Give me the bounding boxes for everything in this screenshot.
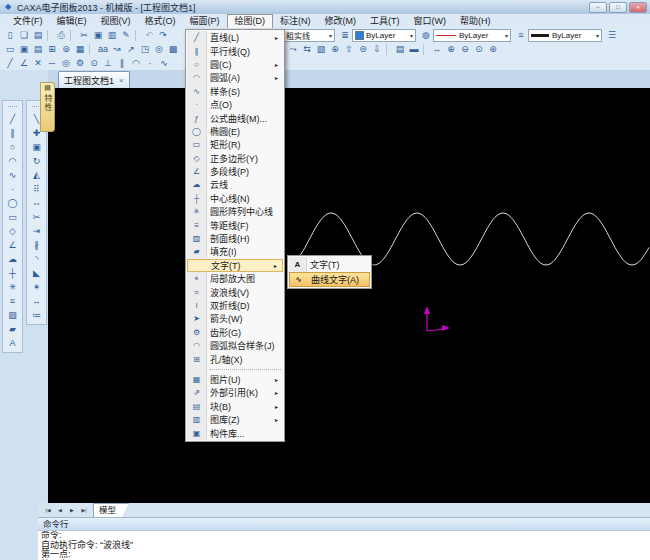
toolbar-separator[interactable] (386, 44, 391, 55)
lower-order-button[interactable]: ⇩ (370, 43, 384, 56)
toolbar-separator[interactable] (89, 44, 94, 55)
menu-tools[interactable]: 工具(T) (363, 14, 407, 28)
mirror-button[interactable]: ◭ (29, 168, 44, 182)
line-tool-button[interactable]: ╱ (3, 57, 17, 70)
block-create-button[interactable]: ▧ (314, 43, 328, 56)
balloon-number-button[interactable]: ⊚ (59, 43, 73, 56)
match-properties-button[interactable]: ≔ (29, 308, 44, 322)
fillet-button[interactable]: ◝ (29, 252, 44, 266)
draw-menu-block[interactable]: ▤ 块(B) ▸ (187, 400, 283, 413)
angle-line-button[interactable]: ∠ (17, 57, 31, 70)
bom-table-button[interactable]: ▦ (73, 43, 87, 56)
property-match-button[interactable]: ⇆ (300, 43, 314, 56)
layer-manager-icon[interactable]: ≣ (338, 29, 352, 42)
scale-button[interactable]: ⇔ (29, 196, 44, 210)
attribute-button[interactable]: ⊜ (356, 43, 370, 56)
menu-help[interactable]: 帮助(H) (453, 14, 498, 28)
draw-menu-ellipse[interactable]: ◯ 椭圆(E) (187, 125, 283, 138)
concentric-circle-button[interactable]: ⊙ (87, 57, 101, 70)
draw-menu-arc-fit-spline[interactable]: ◠ 圆弧拟合样条(J) (187, 339, 283, 352)
draw-menu-hole-shaft[interactable]: ⊞ 孔/轴(X) (187, 352, 283, 365)
menu-draw[interactable]: 绘图(D) (227, 14, 274, 28)
ole-object-button[interactable]: ◳ (138, 43, 152, 56)
draw-menu-image[interactable]: ▦ 图片(U) ▸ (187, 373, 283, 386)
draw-cloud-button[interactable]: ☁ (5, 252, 20, 266)
menu-modify[interactable]: 修改(M) (318, 14, 364, 28)
xline-button[interactable]: ✕ (31, 57, 45, 70)
submenu-curve-text[interactable]: ∿ 曲线文字(A) (289, 272, 370, 287)
draw-polyline-button[interactable]: ∠ (5, 238, 20, 252)
draw-hatch-button[interactable]: ▨ (5, 308, 20, 322)
menu-dimension[interactable]: 标注(N) (273, 14, 318, 28)
arrow-button[interactable]: ↗ (124, 43, 138, 56)
extend-button[interactable]: ⇥ (29, 224, 44, 238)
draw-menu-offset[interactable]: ≡ 等距线(F) (187, 218, 283, 231)
draw-polygon-button[interactable]: ◇ (5, 224, 20, 238)
draw-menu-text[interactable]: 文字(T) ▸ (187, 259, 283, 272)
draw-arc-button[interactable]: ◠ (5, 154, 20, 168)
draw-text-button[interactable]: A (5, 336, 20, 350)
zoom-out-button[interactable]: ⊖ (458, 43, 472, 56)
draw-menu-polygon[interactable]: ◇ 正多边形(Y) (187, 152, 283, 165)
find-button[interactable]: ◎ (152, 43, 166, 56)
properties-collapsed-tab[interactable]: ▤ 特性 (40, 82, 55, 132)
palette-window-button[interactable]: ▬ (407, 43, 421, 56)
spline-tool-button[interactable]: ∿ (157, 57, 171, 70)
command-line-area[interactable]: 命令: 自动执行命令: “波浪线” 第一点: 第二点: (38, 530, 650, 560)
toolbar-separator[interactable] (423, 44, 428, 55)
draw-menu-separator[interactable] (187, 366, 283, 373)
draw-circle-button[interactable]: ○ (5, 140, 20, 154)
draw-menu-spline[interactable]: ∿ 样条(S) (187, 85, 283, 98)
first-sheet-button[interactable]: |◀ (42, 505, 54, 516)
draw-menu-library[interactable]: ▥ 图库(Z) ▸ (187, 413, 283, 426)
new-file-button[interactable]: ▯ (3, 29, 17, 42)
explode-button[interactable]: ✶ (29, 280, 44, 294)
copy-button[interactable]: ▣ (91, 29, 105, 42)
draw-menu-gear[interactable]: ⚙ 齿形(G) (187, 326, 283, 339)
zoom-all-button[interactable]: ⊛ (486, 43, 500, 56)
draw-menu-wave-line[interactable]: ≈ 波浪线(V) (187, 285, 283, 298)
close-tab-icon[interactable]: × (119, 76, 124, 85)
parallel-tool-button[interactable]: ∥ (115, 57, 129, 70)
draw-menu-arrowhead[interactable]: ➤ 箭头(W) (187, 312, 283, 325)
maximize-button[interactable]: □ (609, 2, 627, 13)
dynamic-pan-button[interactable]: ↔ (430, 43, 444, 56)
raise-order-button[interactable]: ⇧ (342, 43, 356, 56)
document-tab[interactable]: 工程图文档1 × (58, 71, 130, 88)
linetype-combo[interactable]: ByLayer ▾ (433, 29, 511, 42)
chamfer-button[interactable]: ◣ (29, 266, 44, 280)
linetype-manager-icon[interactable]: ≡ (514, 29, 528, 42)
point-tool-button[interactable]: · (143, 57, 157, 70)
toolbar-separator[interactable] (135, 30, 140, 41)
leader-button[interactable]: ↝ (110, 43, 124, 56)
tangent-arc-button[interactable]: ◠ (129, 57, 143, 70)
draw-menu-parallel[interactable]: ∥ 平行线(Q) (187, 44, 283, 57)
sheet-setup-button[interactable]: ▭ (3, 43, 17, 56)
annotation-button[interactable]: aa (96, 43, 110, 56)
drawing-canvas[interactable] (48, 88, 650, 503)
parts-table-button[interactable]: ⊞ (45, 43, 59, 56)
gear-tool-button[interactable]: ⚙ (73, 57, 87, 70)
draw-menu-fill[interactable]: ▰ 填充(I) (187, 245, 283, 258)
draw-parallel-button[interactable]: ∥ (5, 126, 20, 140)
menu-window[interactable]: 窗口(W) (407, 14, 454, 28)
submenu-text[interactable]: A 文字(T) (289, 257, 370, 272)
draw-menu-centerline[interactable]: ┼ 中心线(N) (187, 192, 283, 205)
save-file-button[interactable]: ▤ (31, 29, 45, 42)
trim-button[interactable]: ✂ (29, 210, 44, 224)
zoom-previous-button[interactable]: ⊙ (472, 43, 486, 56)
lineweight-combo[interactable]: ByLayer ▾ (528, 29, 602, 42)
menu-file[interactable]: 文件(F) (6, 14, 50, 28)
toolbar-separator[interactable] (70, 30, 75, 41)
draw-centerline-button[interactable]: ┼ (5, 266, 20, 280)
horizontal-line-button[interactable]: ─ (45, 57, 59, 70)
draw-menu-hatch[interactable]: ▨ 剖面线(H) (187, 232, 283, 245)
image-button[interactable]: ▩ (166, 43, 180, 56)
draw-menu-double-fold-line[interactable]: ≀ 双折线(D) (187, 299, 283, 312)
stretch-button[interactable]: ↔ (29, 294, 44, 308)
perpendicular-button[interactable]: ⊥ (101, 57, 115, 70)
format-painter-button[interactable]: ✎ (119, 29, 133, 42)
menu-sheet[interactable]: 幅面(P) (183, 14, 227, 28)
close-button[interactable]: × (629, 2, 647, 13)
draw-menu-point[interactable]: · 点(O) (187, 98, 283, 111)
